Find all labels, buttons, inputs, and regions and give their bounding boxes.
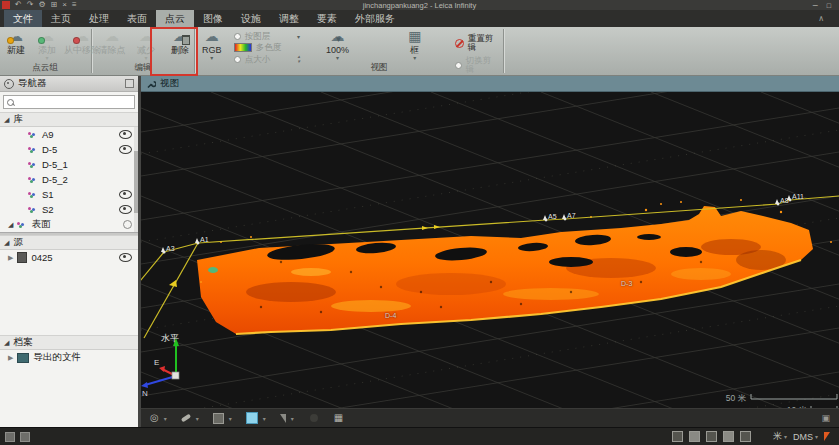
zoom-percent-button[interactable]: ☁▼ 100% ▾: [318, 29, 357, 61]
search-input[interactable]: [17, 97, 134, 107]
maximize-button[interactable]: □: [827, 2, 831, 9]
close-tool-icon[interactable]: ×: [62, 1, 67, 9]
tree-item-exported-files[interactable]: ▶ 导出的文件: [0, 350, 138, 365]
clip-box-button[interactable]: ▦ 框 ▾: [399, 29, 431, 61]
tab-point-cloud[interactable]: 点云: [156, 10, 194, 27]
point-cloud-icon: [28, 131, 38, 138]
clear-points-button[interactable]: ☁ 清除点: [93, 29, 131, 55]
tab-surfaces[interactable]: 表面: [118, 10, 156, 27]
status-tool-icon[interactable]: [706, 431, 717, 442]
dropdown-caret-icon[interactable]: ▾: [291, 415, 294, 422]
visibility-eye-icon[interactable]: [119, 205, 132, 214]
dropdown-caret-icon[interactable]: ▾: [164, 415, 167, 422]
redo-icon[interactable]: ↷: [27, 1, 34, 9]
collapse-ribbon-icon[interactable]: ∧: [818, 14, 824, 23]
visibility-eye-icon[interactable]: [119, 253, 132, 262]
layer-cube-icon[interactable]: [213, 413, 224, 424]
snapshot-icon[interactable]: ▣: [821, 413, 830, 423]
grid-tool-icon[interactable]: ⊞: [51, 1, 58, 9]
tree-item-point-cloud[interactable]: A9: [0, 127, 138, 142]
visibility-eye-icon[interactable]: [119, 145, 132, 154]
rgb-coloring-button[interactable]: ☁ RGB ▾: [196, 29, 228, 61]
tree-item-surfaces[interactable]: ◢ 表面: [0, 217, 138, 232]
angle-unit-selector[interactable]: DMS ▾: [793, 432, 818, 442]
by-layer-option[interactable]: 按图层 ▾: [234, 32, 300, 41]
expander-icon[interactable]: ◢: [8, 221, 13, 228]
grid-toggle-icon[interactable]: ▦: [334, 413, 343, 423]
tree-item-point-cloud[interactable]: S2: [0, 202, 138, 217]
expander-icon[interactable]: ▶: [8, 354, 13, 361]
tab-home[interactable]: 主页: [42, 10, 80, 27]
control-point-marker[interactable]: A1: [195, 236, 209, 243]
tab-infrastructure[interactable]: 设施: [232, 10, 270, 27]
tree-item-point-cloud[interactable]: D-5_1: [0, 157, 138, 172]
undo-icon[interactable]: ↶: [15, 1, 22, 9]
status-window-icon[interactable]: [20, 432, 30, 442]
tab-imaging[interactable]: 图像: [194, 10, 232, 27]
reduce-button[interactable]: ☁ 减少 ▾: [131, 29, 161, 61]
eraser-tool-icon[interactable]: [181, 413, 191, 422]
expander-icon[interactable]: ◢: [4, 339, 9, 346]
tab-file[interactable]: 文件: [4, 10, 42, 27]
control-point-marker[interactable]: A7: [562, 212, 576, 219]
status-tool-icon[interactable]: [740, 431, 751, 442]
status-window-icon[interactable]: [5, 432, 15, 442]
view-orbit-icon[interactable]: ◎: [150, 413, 159, 423]
ribbon-group-view: ☁ RGB ▾ 按图层 ▾ 多色度 点大: [196, 27, 502, 75]
expander-icon[interactable]: ◢: [4, 116, 9, 123]
tree-item-source-file[interactable]: ▶ 0425: [0, 250, 138, 265]
control-point-marker[interactable]: A3: [161, 245, 175, 252]
tab-features[interactable]: 要素: [308, 10, 346, 27]
section-archive[interactable]: ◢ 档案: [0, 335, 138, 350]
cloud-point-label: D-3: [621, 280, 632, 287]
flag-icon: [543, 215, 547, 220]
tab-external-services[interactable]: 外部服务: [346, 10, 404, 27]
filter-flag-icon[interactable]: [280, 414, 286, 423]
clip-cube-icon[interactable]: [246, 412, 258, 424]
expander-icon[interactable]: ◢: [4, 239, 9, 246]
tab-adjustments[interactable]: 调整: [270, 10, 308, 27]
pin-panel-icon[interactable]: [125, 79, 134, 88]
add-to-point-cloud-button[interactable]: ☁ 添加 ▾: [32, 29, 62, 61]
dropdown-caret-icon[interactable]: ▾: [263, 415, 266, 422]
new-point-cloud-button[interactable]: ☁ 新建: [0, 29, 32, 55]
multi-color-option[interactable]: 多色度: [234, 43, 300, 52]
application-window: ↶ ↷ ⚙ ⊞ × ≡ jinchangpankuang2 - Leica In…: [0, 0, 839, 445]
dropdown-caret-icon[interactable]: ▾: [196, 415, 199, 422]
tab-processing[interactable]: 处理: [80, 10, 118, 27]
viewport-scene[interactable]: 水平 E N 50 米 10 米 A3 A1 A5 A7: [141, 92, 839, 408]
control-point-marker[interactable]: A5: [543, 213, 557, 220]
status-tool-icon[interactable]: [723, 431, 734, 442]
control-point-marker[interactable]: A11: [787, 193, 804, 200]
unit-selector[interactable]: 米 ▾: [773, 430, 787, 443]
tree-item-point-cloud[interactable]: D-5_2: [0, 172, 138, 187]
expander-icon[interactable]: ▶: [8, 254, 13, 261]
navigator-panel: 导航器 ◢ 库 A9 D-5: [0, 76, 141, 427]
visibility-eye-icon[interactable]: [119, 190, 132, 199]
ribbon: ☁ 新建 ☁ 添加 ▾ ☁ 从中移除 点云组 ☁: [0, 27, 839, 76]
title-bar: ↶ ↷ ⚙ ⊞ × ≡ jinchangpankuang2 - Leica In…: [0, 0, 839, 10]
settings-icon[interactable]: ⚙: [38, 1, 45, 9]
ribbon-tab-bar: 文件 主页 处理 表面 点云 图像 设施 调整 要素 外部服务 ∧: [0, 10, 839, 27]
disabled-tool-icon: [310, 414, 318, 422]
status-tool-icon[interactable]: [672, 431, 683, 442]
section-sources[interactable]: ◢ 源: [0, 235, 138, 250]
radio-icon: [234, 56, 241, 63]
section-library[interactable]: ◢ 库: [0, 112, 138, 127]
point-cloud-icon: [28, 146, 38, 153]
dropdown-caret-icon: ▾: [413, 55, 416, 61]
list-tool-icon[interactable]: ≡: [72, 1, 77, 9]
status-right-cluster: 米 ▾ DMS ▾: [672, 430, 834, 443]
minimize-button[interactable]: ─: [813, 2, 818, 9]
dropdown-caret-icon[interactable]: ▾: [229, 415, 232, 422]
navigator-scrollbar[interactable]: [134, 127, 138, 232]
status-tool-icon[interactable]: [689, 431, 700, 442]
tree-item-point-cloud[interactable]: S1: [0, 187, 138, 202]
visibility-eye-icon[interactable]: [119, 130, 132, 139]
coordinate-flag-icon[interactable]: [824, 432, 830, 441]
reset-clip-button[interactable]: 重置剪辑: [455, 34, 498, 52]
tree-item-point-cloud[interactable]: D-5: [0, 142, 138, 157]
window-controls: ─ □: [813, 2, 839, 9]
cloud-clear-icon: ☁: [105, 29, 119, 45]
delete-button[interactable]: ☁ 删除: [161, 29, 199, 55]
